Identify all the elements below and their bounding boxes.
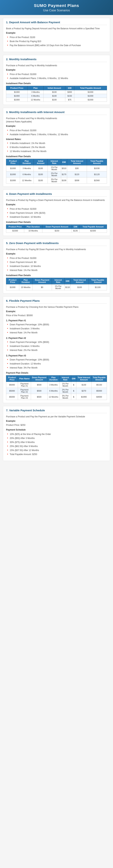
table-row: $5000 Payment Plan #1 $500 3 Months 1% P… <box>6 382 107 388</box>
section-5-bullets: Price of the Product: $1000 Down Payment… <box>6 256 107 272</box>
section-6-plan1-bullets: Down Payment Percentage: 10% ($500) Inst… <box>6 322 107 335</box>
section-2-example-label: Example: <box>6 69 107 71</box>
section-2-subsection-title: Installment Plan Details <box>6 82 107 85</box>
section-6-table: Product Price Plan Name Down Payment Amo… <box>6 375 107 400</box>
section-6-subsection-title: Payment Plan Details <box>6 372 107 374</box>
section-5-example-label: Example: <box>6 252 107 255</box>
section-7-title: 7. Variable Payment Schedule <box>6 409 107 413</box>
section-7-schedule-bullet-1: 10% ($25) at the time of Placing the Ord… <box>7 432 107 436</box>
table-row: $5000 Payment Plan #2 $500 6 Months 2% P… <box>6 388 107 394</box>
section-6: 6. Flexible Payment Plans Purchase a Pro… <box>3 297 110 403</box>
section-4-bullet-2: Down Payment Amount: 10% ($150) <box>7 211 107 215</box>
col-plan: Plan <box>27 86 44 90</box>
section-7-desc: Purchase a Product and Pay the Payment a… <box>6 415 107 418</box>
section-4-subsection-title: Installment Plan Details <box>6 221 107 223</box>
section-4-title: 4. Down Payment with Installments <box>6 192 107 197</box>
section-7-example-label: Example: <box>6 420 107 422</box>
section-3-interest-bullets: 3 Months Installment: 1% Per Month 6 Mon… <box>6 141 107 153</box>
section-3-interest-bullet-1: 3 Months Installment: 1% Per Month <box>7 141 107 145</box>
section-2-bullets: Price of the Product: $1000 Available In… <box>6 72 107 80</box>
section-4-bullet-3: Installment Duration: 10 Months <box>7 215 107 219</box>
section-6-plan3-bullet-3: Interest Rate: 3% Per Month <box>7 366 107 370</box>
col-product-price: Product Price <box>6 86 27 90</box>
section-6-plan1-title: 1. Payment Plan #1 <box>6 319 107 322</box>
section-1-example-label: Example: <box>6 32 107 34</box>
section-6-plan2-title: 2. Payment Plan #2 <box>6 337 107 339</box>
section-6-product-price: Price of the Product: $5000 <box>6 314 107 317</box>
section-3-table: Product Price Plan Duration Initial Amou… <box>6 159 107 184</box>
section-5-bullet-1: Price of the Product: $1000 <box>7 256 107 260</box>
section-5-bullet-3: Installment Duration: 10 Months <box>7 264 107 268</box>
section-6-plan3-bullet-2: Installment Duration: 12 Months <box>7 362 107 366</box>
table-row: $1000 12 Months $100 $75 $1000 <box>6 98 107 102</box>
section-3-interest-bullet-3: 12 Months Installment: 3% Per Month <box>7 149 107 153</box>
section-7-schedule-bullet-4: 25% ($62.50) After 9 Months <box>7 444 107 448</box>
col-initial-amount: Initial Amount <box>44 86 65 90</box>
section-6-title: 6. Flexible Payment Plans <box>6 299 107 304</box>
section-1-bullets: Price of the Product: $100 Book the Prod… <box>6 35 107 48</box>
section-7: 7. Variable Payment Schedule Purchase a … <box>3 406 110 461</box>
section-4: 4. Down Payment with Installments Purcha… <box>3 190 110 236</box>
col-emi: EMI <box>65 86 74 90</box>
section-5-subsection-title: Installment Plan Details <box>6 274 107 277</box>
section-2-bullet-1: Price of the Product: $1000 <box>7 72 107 76</box>
section-6-plan2-bullets: Down Payment Percentage: 10% ($500) Inst… <box>6 340 107 352</box>
section-7-schedule-bullet-5: 15% ($37.50) After 12 Months <box>7 448 107 452</box>
section-1-title: 1. Deposit Amount with Balance Payment <box>6 21 107 25</box>
section-2-desc: Purchase a Product and Pay in Monthly In… <box>6 64 107 67</box>
section-1-bullet-3: Pay the Balance Amount ($90) within 10 D… <box>7 43 107 48</box>
section-6-plan3-bullet-1: Down Payment Percentage: 10% ($500) <box>7 358 107 362</box>
table-row: $1000 6 Months $100 2% Per Month $170 $1… <box>6 172 107 178</box>
section-4-bullet-1: Price of the Product: $1500 <box>7 207 107 211</box>
section-6-plan2-bullet-1: Down Payment Percentage: 10% ($500) <box>7 340 107 344</box>
section-5-table: Product Price Plan Duration Down Payment… <box>6 278 107 290</box>
section-3-title: 3. Monthly Installments with Interest Am… <box>6 111 107 115</box>
section-6-plan2-bullet-3: Interest Rate: 2% Per Month <box>7 348 107 352</box>
table-row: $1000 12 Months $100 3% Per Month $109 $… <box>6 178 107 184</box>
table-row: $1000 3 Months $100 $300 $1000 <box>6 90 107 94</box>
section-6-plan1-bullet-1: Down Payment Percentage: 10% ($500) <box>7 322 107 327</box>
section-3-bullets: Price of the Product: $1000 Available In… <box>6 128 107 136</box>
table-row: $5000 Payment Plan #3 $500 12 Months 3% … <box>6 394 107 400</box>
section-1-desc: Book a Product by Paying Deposit Amount … <box>6 27 107 30</box>
section-4-bullets: Price of the Product: $1500 Down Payment… <box>6 207 107 219</box>
section-7-schedule-bullet-3: 30% ($75) After 6 Months <box>7 440 107 444</box>
table-row: $1500 10 Months $150 $135 $1500 <box>6 229 107 233</box>
section-2-bullet-2: Available Installment Plans: 3 Months, 6… <box>7 76 107 80</box>
header-title: SUMO Payment Plans <box>4 3 109 8</box>
header-subtitle: Use Case Scenarios <box>4 9 109 12</box>
section-2: 2. Monthly Installments Purchase a Produ… <box>3 55 110 105</box>
section-3-interest-bullet-2: 6 Months Installment: 2% Per Month <box>7 145 107 149</box>
section-1: 1. Deposit Amount with Balance Payment B… <box>3 18 110 52</box>
section-4-table: Product Price Plan Duration Down Payment… <box>6 224 107 233</box>
table-row: $1000 3 Months $100 1% Per Month $310 $3… <box>6 165 107 172</box>
section-1-bullet-1: Price of the Product: $100 <box>7 35 107 39</box>
table-row: $1000 6 Months $100 $150 $1000 <box>6 94 107 98</box>
section-5-bullet-4: Interest Rate: 1% Per Month <box>7 268 107 272</box>
section-4-desc: Purchase a Product by Paying a Down Paym… <box>6 198 107 202</box>
section-7-schedule-bullet-2: 20% ($50) After 3 Months <box>7 436 107 440</box>
section-3-subsection-title: Installment Plan Details <box>6 155 107 158</box>
section-3-interest-label: Interest Rates: <box>6 138 107 141</box>
section-3-desc: Purchase a Product and Pay in Monthly In… <box>6 117 107 123</box>
section-3-bullet-1: Price of the Product: $1000 <box>7 128 107 132</box>
section-4-example-label: Example: <box>6 203 107 206</box>
section-3: 3. Monthly Installments with Interest Am… <box>3 108 110 187</box>
section-2-title: 2. Monthly Installments <box>6 58 107 62</box>
section-7-schedule-title: Payment Schedule <box>6 429 107 431</box>
section-6-plan1-bullet-3: Interest Rate: 1% Per Month <box>7 331 107 335</box>
section-3-example-label: Example: <box>6 125 107 127</box>
header: SUMO Payment Plans Use Case Scenarios <box>0 0 113 15</box>
section-6-plan3-title: 3. Payment Plan #3 <box>6 354 107 357</box>
section-2-table: Product Price Plan Initial Amount EMI To… <box>6 86 107 102</box>
section-6-desc: Purchase a Product by Choosing from the … <box>6 305 107 309</box>
table-row: $1000 10 Months $0 1% Per Month $110 $10… <box>6 284 107 290</box>
section-7-product-price: Product Price: $250 <box>6 424 107 427</box>
section-6-example-label: Example: <box>6 310 107 313</box>
section-5-title: 5. Zero Down Payment with Installments <box>6 242 107 246</box>
section-1-bullet-2: Book the Product by Paying $10 <box>7 39 107 43</box>
section-7-schedule-bullets: 10% ($25) at the time of Placing the Ord… <box>6 432 107 456</box>
section-5-desc: Purchase a Product by Paying $0 Down Pay… <box>6 248 107 251</box>
section-3-bullet-2: Available Installment Plans: 3 Months, 6… <box>7 132 107 136</box>
section-7-schedule-bullet-6: Total Payable Amount: $250 <box>7 452 107 456</box>
